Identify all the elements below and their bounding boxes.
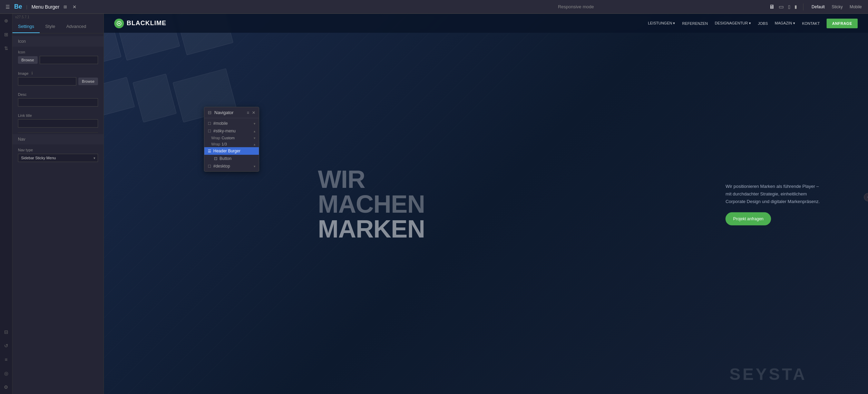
image-field-group: Image ℹ Browse [12, 68, 104, 89]
page-icon-mobile: ☐ [208, 121, 211, 126]
wrap-custom-value: Custom [222, 136, 235, 140]
nav-tree-mobile[interactable]: ☐ #mobile ▾ [204, 120, 259, 127]
site-header: BLACKLIME LEISTUNGEN ▾ REFERENZEN DESIGN… [104, 14, 868, 33]
section-header-label: Icon [18, 39, 26, 44]
nav-kontakt[interactable]: KONTAKT [802, 21, 820, 26]
nav-type-field-group: Nav type Sidebar Sticky Menu ▾ [12, 144, 104, 165]
nav-jobs[interactable]: JOBS [758, 21, 768, 26]
tablet-landscape-icon[interactable]: ▭ [779, 3, 784, 10]
icon-section-header[interactable]: Icon [12, 36, 104, 47]
desktop-arrow: ▾ [254, 164, 255, 168]
divider [18, 132, 98, 133]
wrap-custom-label: Wrap [211, 136, 220, 140]
icon-field-row: Browse [18, 56, 98, 64]
wrap-custom-row[interactable]: Wrap Custom ▾ [204, 135, 259, 141]
icon-browse-button[interactable]: Browse [18, 56, 38, 64]
navigator-list-icon: ⊟ [208, 110, 212, 115]
responsive-icons: 🖥 ▭ ▯ ▮ [769, 3, 797, 10]
mobile-label: #mobile [213, 121, 252, 126]
hero-title: WIR MACHEN MARKEN [318, 167, 425, 241]
tab-advanced[interactable]: Advanced [61, 20, 92, 33]
default-view-btn[interactable]: Default [810, 4, 827, 10]
refresh-icon[interactable]: ↺ [3, 342, 10, 350]
add-icon[interactable]: ⊕ [3, 17, 10, 25]
navigator-menu-icon[interactable]: ≡ [247, 110, 249, 115]
nav-magazin[interactable]: MAGAZIN ▾ [775, 21, 795, 26]
button-icon: ⊡ [214, 156, 217, 161]
settings-icon[interactable]: ⚙ [2, 383, 10, 391]
wrap-13-row[interactable]: Wrap 1/3 ▴ [204, 141, 259, 147]
responsive-mode-label: Responsive mode [558, 4, 594, 9]
image-browse-button[interactable]: Browse [78, 78, 98, 85]
site-logo: BLACKLIME [114, 19, 166, 28]
far-left-sidebar: ⊕ ⊞ ⇅ ⊟ ↺ ≡ ◎ ⚙ [0, 14, 12, 394]
preview-area: BLACKLIME LEISTUNGEN ▾ REFERENZEN DESIGN… [104, 14, 868, 394]
hamburger-menu-icon[interactable]: ☰ [4, 3, 11, 11]
anfrage-button[interactable]: ANFRAGE [827, 19, 858, 28]
link-title-field-label: Link title [18, 113, 98, 118]
wrap-13-arrow: ▴ [254, 142, 255, 146]
hero-line-3: MARKEN [318, 216, 425, 241]
panel-content: Icon Icon Browse Image ℹ [12, 33, 104, 394]
desc-field-label: Desc [18, 92, 98, 97]
nav-referenzen[interactable]: REFERENZEN [682, 21, 708, 26]
navigator-close-icon[interactable]: ✕ [252, 110, 255, 115]
icon-field-label: Icon [18, 50, 98, 54]
layers2-icon[interactable]: ⊟ [3, 328, 10, 336]
nav-designagentur[interactable]: DESIGNAGENTUR ▾ [715, 21, 751, 26]
icon-text-input[interactable] [40, 56, 98, 64]
expand-icon[interactable]: ⊞ [62, 3, 68, 11]
hero-description: Wir positionieren Marken als führende Pl… [725, 182, 822, 205]
desktop-icon[interactable]: 🖥 [769, 4, 774, 10]
app-logo: Be [14, 3, 22, 10]
sticky-view-btn[interactable]: Sticky [830, 4, 845, 10]
nav-type-select[interactable]: Sidebar Sticky Menu [18, 154, 98, 162]
mobile-arrow: ▾ [254, 122, 255, 125]
desktop-label: #desktop [213, 164, 252, 169]
projekt-anfragen-button[interactable]: Projekt anfragen [725, 212, 771, 225]
transfer-icon[interactable]: ⇅ [3, 44, 10, 52]
nav-tree-desktop[interactable]: ☐ #desktop ▾ [204, 162, 259, 170]
nav-tree-header-burger[interactable]: ☰ Header Burger [204, 147, 259, 155]
icon-field-group: Icon Browse [12, 47, 104, 68]
desc-text-input[interactable] [18, 98, 98, 107]
hero-content: WIR MACHEN MARKEN [318, 167, 425, 241]
close-icon[interactable]: ✕ [71, 3, 78, 11]
sliders-icon[interactable]: ≡ [3, 355, 9, 364]
desc-field-group: Desc [12, 89, 104, 110]
navigator-title: Navigator [214, 110, 244, 115]
image-info-icon: ℹ [31, 71, 33, 75]
svg-point-1 [118, 23, 120, 24]
hero-line-2: MACHEN [318, 192, 425, 216]
tab-style[interactable]: Style [40, 20, 61, 33]
hero-line-1: WIR [318, 167, 425, 192]
image-text-input[interactable] [18, 77, 76, 85]
globe-icon[interactable]: ◎ [3, 369, 10, 377]
separator: | [26, 4, 27, 9]
image-field-row: Browse [18, 77, 98, 85]
button-label: Button [220, 156, 232, 161]
mobile-icon[interactable]: ▮ [794, 4, 797, 9]
sticky-label: #stiky-menu [213, 129, 252, 133]
page-icon-desktop: ☐ [208, 164, 211, 169]
hero-right: Wir positionieren Marken als führende Pl… [725, 182, 822, 225]
nav-section-header[interactable]: Nav [12, 134, 104, 144]
left-panel: v27.5.7.1 Settings Style Advanced Icon I… [12, 14, 104, 394]
nav-tree-button[interactable]: ⊡ Button [204, 155, 259, 162]
mobile-view-btn[interactable]: Mobile [848, 4, 864, 10]
tab-settings[interactable]: Settings [12, 20, 40, 33]
nav-tree-sticky-menu[interactable]: ☐ #stiky-menu ▴ [204, 127, 259, 135]
sticky-arrow: ▴ [254, 129, 255, 133]
tablet-portrait-icon[interactable]: ▯ [788, 4, 790, 9]
nav-type-label: Nav type [18, 148, 98, 152]
layers-icon[interactable]: ⊞ [3, 30, 10, 39]
link-title-field-group: Link title [12, 110, 104, 131]
site-nav: LEISTUNGEN ▾ REFERENZEN DESIGNAGENTUR ▾ … [648, 19, 858, 28]
page-title: Menu Burger [31, 4, 59, 10]
main-layout: ⊕ ⊞ ⇅ ⊟ ↺ ≡ ◎ ⚙ v27.5.7.1 Settings Style… [0, 14, 868, 394]
watermark-text: SEYSTA [729, 365, 807, 384]
link-title-input[interactable] [18, 119, 98, 128]
nav-leistungen[interactable]: LEISTUNGEN ▾ [648, 21, 675, 26]
site-logo-text: BLACKLIME [127, 20, 166, 27]
header-burger-label: Header Burger [213, 149, 255, 153]
